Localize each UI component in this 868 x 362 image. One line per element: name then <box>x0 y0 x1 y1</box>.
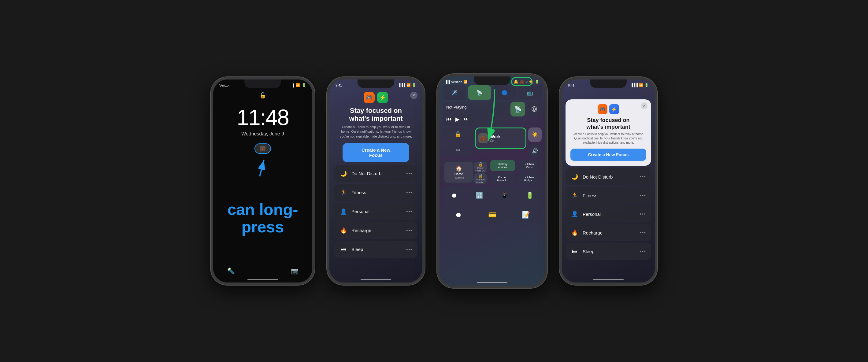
record-btn[interactable]: ⏺ <box>442 186 466 204</box>
card-close-btn[interactable]: ✕ <box>641 102 648 109</box>
list-item-sleep[interactable]: 🛏 Sleep ••• <box>334 241 417 258</box>
work-focus-text: Work On <box>490 134 501 142</box>
dnd4-icon: 🌙 <box>570 172 579 181</box>
remote-btn[interactable]: 📱 <box>493 186 517 204</box>
wifi-icon: 📶 <box>296 83 300 87</box>
focus-pill[interactable]: 💼 <box>254 143 271 154</box>
bluetooth-control-btn[interactable]: Ⓑ <box>527 102 542 117</box>
recharge-icon: 🔥 <box>339 226 348 235</box>
cellular-data-btn[interactable]: 📡 <box>468 85 492 100</box>
recharge-menu[interactable]: ••• <box>406 228 412 233</box>
notch-2 <box>358 79 394 88</box>
do-not-disturb-menu[interactable]: ••• <box>406 171 412 176</box>
signal-3: ▐▐ <box>445 80 450 84</box>
next-btn[interactable]: ⏭ <box>463 116 469 123</box>
rec4-icon: 🔥 <box>570 228 579 237</box>
status-icons-4: ▐▐▐ 📶 🔋 <box>631 83 649 87</box>
placeholder-btn[interactable]: ▭ <box>442 143 473 156</box>
focus-icon-1: 🎮 <box>364 92 375 103</box>
bluetooth-btn[interactable]: 🔵 <box>493 85 517 100</box>
focus-list: 🌙 Do Not Disturb ••• 🏃 Fitness ••• 👤 Per… <box>330 165 423 258</box>
final-row: ⏺ 💳 📝 <box>442 206 542 223</box>
close-button[interactable]: ✕ <box>410 92 417 99</box>
notch-1 <box>244 79 281 88</box>
foyer-label: Foyer <box>477 167 484 169</box>
list-item-fitness[interactable]: 🏃 Fitness ••• <box>334 184 417 201</box>
lock-time: 11:48 <box>237 105 289 130</box>
battery-status-btn[interactable]: 🔋 <box>519 186 542 204</box>
work-focus-btn[interactable]: 💼 Work On <box>475 128 526 149</box>
focus-menu-title: Stay focused on what's important <box>349 107 403 123</box>
media-player[interactable]: Not Playing ⏮ ▶ ⏭ <box>442 102 508 126</box>
focus-menu-screen: 9:41 ▐▐▐ 📶 🔋 ✕ 🎮 ⚡ Stay focused on what'… <box>330 79 423 283</box>
list4-fitness[interactable]: 🏃 Fitness ••• <box>565 187 651 204</box>
do-not-disturb-icon: 🌙 <box>339 169 348 178</box>
airplane-mode-btn[interactable]: ✈️ <box>442 85 466 100</box>
kitchen-homep[interactable]: KitchenHomeP... <box>490 173 515 184</box>
cast-btn[interactable]: 📺 <box>519 85 542 100</box>
garage-scene[interactable]: 🔒 Garage Perch... <box>474 173 487 184</box>
shazam-btn[interactable]: ⏺ <box>442 206 474 223</box>
list-item-recharge[interactable]: 🔥 Recharge ••• <box>334 222 417 239</box>
per4-menu[interactable]: ••• <box>640 211 646 217</box>
time-4: 9:41 <box>568 84 575 87</box>
card-create-btn[interactable]: Create a New Focus <box>570 149 646 161</box>
list4-sleep[interactable]: 🛏 Sleep ••• <box>565 243 651 260</box>
kitchen-fridge[interactable]: KitchenFridge... <box>517 173 542 184</box>
list4-personal[interactable]: 👤 Personal ••• <box>565 205 651 223</box>
notch-4 <box>590 79 627 88</box>
lock-scene-icon: 🔒 <box>478 162 483 167</box>
list-item-personal[interactable]: 👤 Personal ••• <box>334 203 417 220</box>
prev-btn[interactable]: ⏮ <box>446 116 452 123</box>
list4-recharge[interactable]: 🔥 Recharge ••• <box>565 224 651 241</box>
home-row: 🏠 Home Favorites 🔒 Foyer Front D... <box>442 160 542 184</box>
create-focus-button[interactable]: Create a New Focus <box>343 143 409 162</box>
focus-list-4: 🌙 Do Not Disturb ••• 🏃 Fitness ••• 👤 Per… <box>562 168 655 260</box>
kitchen-cans[interactable]: KitchenCans <box>517 160 542 171</box>
rec4-menu[interactable]: ••• <box>640 230 646 235</box>
home-favorites[interactable]: 🏠 Home Favorites <box>444 162 473 183</box>
dnd4-menu[interactable]: ••• <box>640 174 646 179</box>
home-label: Home <box>455 172 463 176</box>
fitness-label: Fitness <box>351 190 366 195</box>
flashlight-icon[interactable]: 🔦 <box>225 265 237 276</box>
play-btn[interactable]: ▶ <box>456 116 460 123</box>
focus-row: 🔒 ▭ 💼 Work On ☀️ 🔊 <box>442 128 542 158</box>
wallet-btn[interactable]: 💳 <box>476 206 508 223</box>
fit4-menu[interactable]: ••• <box>640 193 646 198</box>
card-title: Stay focused on what's important <box>570 117 646 130</box>
signal-4: ▐▐▐ <box>631 83 638 87</box>
list-item-do-not-disturb[interactable]: 🌙 Do Not Disturb ••• <box>334 165 417 182</box>
card-icon-1: 🎮 <box>598 104 608 114</box>
notch-3 <box>474 76 510 85</box>
brightness-slider[interactable]: ☀️ <box>528 128 542 142</box>
carrier-3: Verizon <box>451 80 462 84</box>
fitness-menu[interactable]: ••• <box>406 190 412 195</box>
personal-menu[interactable]: ••• <box>406 209 412 214</box>
wifi-3: 📶 <box>463 80 468 84</box>
hallway-ecobee[interactable]: Hallwayecobee <box>490 160 515 171</box>
signal-2: ▐▐▐ <box>398 83 405 87</box>
battery-icon: 🔋 <box>302 83 306 87</box>
home-scenes-block: 🏠 Home Favorites 🔒 Foyer Front D... <box>442 160 489 184</box>
slp4-menu[interactable]: ••• <box>640 249 646 254</box>
sleep-label: Sleep <box>351 247 363 252</box>
list4-do-not-disturb[interactable]: 🌙 Do Not Disturb ••• <box>565 168 651 185</box>
lock-date: Wednesday, June 9 <box>241 131 284 137</box>
volume-slider[interactable]: 🔊 <box>528 144 542 158</box>
fitness-icon: 🏃 <box>339 188 348 197</box>
wifi-control-btn[interactable]: 📡 <box>510 102 525 117</box>
per4-label: Personal <box>583 211 601 217</box>
sleep-menu[interactable]: ••• <box>406 247 412 252</box>
notes-btn[interactable]: 📝 <box>510 206 542 223</box>
dnd4-label: Do Not Disturb <box>583 174 613 179</box>
not-playing-label: Not Playing <box>446 105 505 109</box>
camera-icon[interactable]: 📷 <box>289 265 300 276</box>
home-scenes-inner: 🏠 Home Favorites 🔒 Foyer Front D... <box>444 162 487 183</box>
calculator-btn[interactable]: 🔢 <box>468 186 492 204</box>
lock-bottom-bar: 🔦 📷 <box>213 265 312 276</box>
foyer-scene[interactable]: 🔒 Foyer Front D... <box>474 162 487 172</box>
home-indicator-2 <box>361 279 391 280</box>
screen-lock-btn[interactable]: 🔒 <box>442 128 473 141</box>
svg-line-1 <box>260 160 264 176</box>
